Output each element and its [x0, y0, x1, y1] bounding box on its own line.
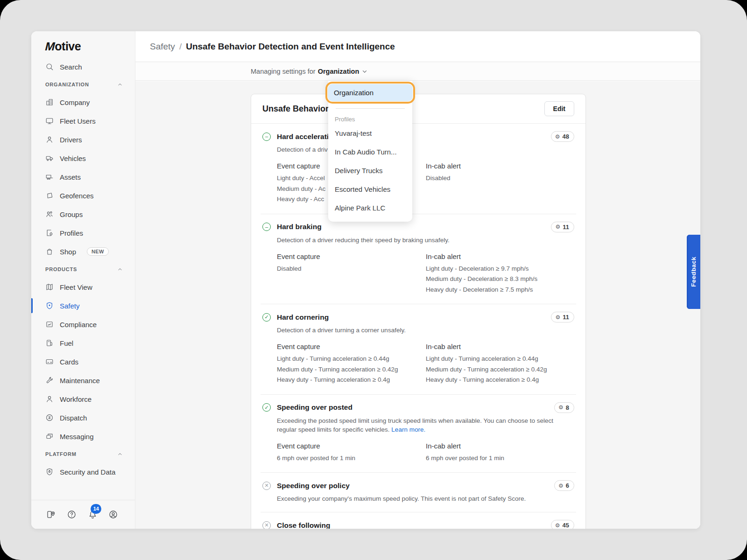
sidebar-item-label: Shop — [60, 248, 76, 256]
dispatch-icon — [45, 413, 54, 422]
account-button[interactable] — [108, 509, 119, 520]
help-button[interactable] — [66, 509, 78, 520]
in-cab-alert-line: Light duty - Turning acceleration ≥ 0.44… — [426, 354, 574, 364]
vehicle-count-badge[interactable]: ⚙6 — [554, 480, 574, 491]
map-icon — [45, 283, 54, 291]
sidebar-item-safety[interactable]: Safety — [31, 296, 135, 315]
logo-text: otive — [55, 40, 81, 53]
chevron-up-icon — [117, 451, 123, 457]
event-capture-line: Light duty - Turning acceleration ≥ 0.44… — [277, 354, 426, 364]
section-description: Detection of a driv — [277, 145, 567, 154]
chevron-down-icon[interactable] — [361, 68, 368, 75]
page-title: Unsafe Behavior Detection and Event Inte… — [186, 42, 395, 52]
sidebar-item-label: Fuel — [60, 339, 73, 347]
sidebar-item-dispatch[interactable]: Dispatch — [31, 408, 135, 427]
section-speeding-over-posted: ✓ Speeding over posted ⚙8 Exceeding the … — [261, 394, 576, 473]
monitor-icon — [45, 117, 54, 125]
gear-icon: ⚙ — [555, 522, 560, 529]
vehicle-count-badge[interactable]: ⚙45 — [551, 520, 574, 529]
sidebar-item-label: Vehicles — [60, 154, 86, 162]
sidebar-item-search[interactable]: Search — [31, 57, 135, 76]
vehicle-count-badge[interactable]: ⚙48 — [551, 131, 574, 142]
managing-settings-value[interactable]: Organization — [318, 68, 359, 75]
person-icon — [45, 135, 54, 144]
sidebar-item-shop[interactable]: Shop NEW — [31, 242, 135, 261]
gear-icon: ⚙ — [558, 404, 564, 411]
vehicle-count-badge[interactable]: ⚙8 — [554, 402, 574, 413]
section-description: Detection of a driver reducing their spe… — [277, 236, 567, 245]
referrals-button[interactable] — [45, 509, 56, 520]
sidebar-footer: 14 — [31, 500, 135, 529]
sidebar-item-label: Fleet View — [60, 283, 92, 291]
shopping-bag-icon — [45, 247, 54, 256]
sidebar-item-fleet-users[interactable]: Fleet Users — [31, 112, 135, 130]
section-title: Speeding over posted — [277, 403, 548, 412]
vehicle-count-badge[interactable]: ⚙11 — [551, 222, 574, 232]
sidebar-item-groups[interactable]: Groups — [31, 205, 135, 224]
profile-doc-icon — [45, 229, 54, 237]
dropdown-option-organization[interactable]: Organization — [328, 84, 413, 101]
sidebar-item-label: Workforce — [60, 395, 92, 403]
shield-lock-icon — [45, 468, 54, 476]
sidebar-item-label: Maintenance — [60, 377, 100, 385]
sidebar-item-label: Compliance — [60, 321, 97, 329]
event-sections: – Hard acceleration ⚙48 Detection of a d… — [251, 124, 585, 529]
breadcrumb-section[interactable]: Safety — [150, 42, 175, 52]
chevron-up-icon — [117, 82, 123, 87]
sidebar-item-compliance[interactable]: Compliance — [31, 315, 135, 334]
sidebar-item-label: Company — [60, 98, 90, 106]
status-check-icon: ✓ — [262, 403, 271, 412]
vehicle-count-badge[interactable]: ⚙11 — [551, 312, 574, 322]
feedback-label: Feedback — [690, 257, 697, 287]
sidebar-item-workforce[interactable]: Workforce — [31, 390, 135, 408]
dropdown-option-profile[interactable]: In Cab Audio Turn... — [328, 142, 412, 161]
sidebar-item-geofences[interactable]: Geofences — [31, 186, 135, 205]
sidebar-item-security-and-data[interactable]: Security and Data — [31, 462, 135, 481]
dropdown-group-label: Profiles — [328, 109, 412, 124]
card-pin-icon — [46, 510, 56, 519]
sidebar-item-label: Dispatch — [60, 414, 87, 422]
section-speeding-over-policy: ✕ Speeding over policy ⚙6 Exceeding your… — [261, 472, 576, 512]
dropdown-option-profile[interactable]: Yuvaraj-test — [328, 124, 412, 142]
sidebar-item-fuel[interactable]: Fuel — [31, 334, 135, 352]
event-capture-line: Medium duty - Turning acceleration ≥ 0.4… — [277, 364, 426, 375]
sidebar-item-fleet-view[interactable]: Fleet View — [31, 278, 135, 296]
sidebar-item-maintenance[interactable]: Maintenance — [31, 371, 135, 390]
sidebar-item-profiles[interactable]: Profiles — [31, 224, 135, 242]
sidebar-item-vehicles[interactable]: Vehicles — [31, 149, 135, 168]
sidebar-section-products[interactable]: PRODUCTS — [31, 261, 135, 278]
section-hard-braking: – Hard braking ⚙11 Detection of a driver… — [261, 214, 576, 304]
chevron-up-icon — [117, 266, 123, 272]
gear-icon: ⚙ — [558, 483, 564, 489]
sidebar-section-platform[interactable]: PLATFORM — [31, 446, 135, 462]
account-icon — [108, 510, 118, 519]
sidebar-item-assets[interactable]: Assets — [31, 168, 135, 186]
event-capture-line: Heavy duty - Turning acceleration ≥ 0.4g — [277, 375, 426, 385]
status-cross-icon: ✕ — [262, 482, 271, 490]
sidebar-item-label: Security and Data — [60, 468, 115, 476]
in-cab-alert-line: Light duty - Deceleration ≥ 9.7 mph/s — [426, 264, 574, 274]
status-check-icon: ✓ — [262, 313, 271, 322]
sidebar-section-organization[interactable]: ORGANIZATION — [31, 76, 135, 93]
notifications-button[interactable]: 14 — [87, 509, 98, 520]
learn-more-link[interactable]: Learn more. — [391, 426, 425, 433]
unsafe-behavior-card: Unsafe Behavior Edit – Hard acceleration… — [251, 94, 586, 529]
settings-scope-dropdown: Organization Profiles Yuvaraj-test In Ca… — [328, 81, 412, 222]
dropdown-option-profile[interactable]: Delivery Trucks — [328, 161, 412, 180]
edit-button[interactable]: Edit — [544, 101, 574, 116]
sidebar-item-drivers[interactable]: Drivers — [31, 130, 135, 149]
feedback-tab[interactable]: Feedback — [687, 235, 700, 309]
dropdown-option-profile[interactable]: Alpine Park LLC — [328, 198, 412, 217]
person-icon — [45, 395, 54, 403]
sidebar-item-label: Fleet Users — [60, 117, 96, 125]
sidebar-item-cards[interactable]: Cards — [31, 352, 135, 371]
sidebar-item-label: Messaging — [60, 433, 94, 441]
sidebar-item-company[interactable]: Company — [31, 93, 135, 112]
section-title: Hard braking — [277, 223, 545, 231]
status-minus-icon: – — [262, 133, 271, 141]
geofence-icon — [45, 191, 54, 200]
sidebar-item-messaging[interactable]: Messaging — [31, 427, 135, 446]
dropdown-option-profile[interactable]: Escorted Vehicles — [328, 180, 412, 198]
section-description: Exceeding your company's maximum speed p… — [277, 494, 567, 503]
chat-bubbles-icon — [45, 432, 54, 441]
